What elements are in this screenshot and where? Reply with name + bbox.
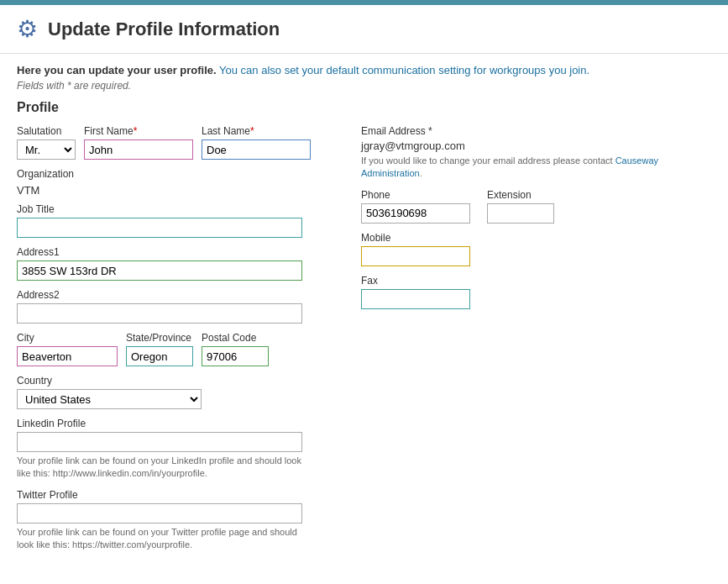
jobtitle-label: Job Title [17, 203, 336, 215]
extension-group: Extension [487, 189, 554, 224]
phone-input[interactable] [361, 203, 470, 224]
organization-group: Organization VTM [17, 168, 336, 197]
twitter-input[interactable] [17, 503, 302, 523]
info-box: Here you can update your user profile. Y… [17, 64, 711, 92]
lastname-input[interactable] [202, 139, 311, 160]
country-group: Country United States Canada United King… [17, 375, 336, 409]
phone-label: Phone [361, 189, 470, 201]
linkedin-hint: Your profile link can be found on your L… [17, 455, 302, 481]
info-text: Here you can update your user profile. Y… [17, 64, 711, 76]
twitter-group: Twitter Profile Your profile link can be… [17, 489, 336, 552]
address2-group: Address2 [17, 289, 336, 324]
email-hint: If you would like to change your email a… [361, 155, 680, 181]
linkedin-label: Linkedin Profile [17, 418, 336, 429]
city-state-postal-row: City State/Province Postal Code [17, 332, 336, 366]
salutation-group: Salutation Mr. Mrs. Ms. Dr. [17, 125, 76, 160]
email-section: Email Address * jgray@vtmgroup.com If yo… [361, 125, 697, 181]
page-header: ⚙ Update Profile Information [0, 5, 728, 54]
twitter-hint: Your profile link can be found on your T… [17, 526, 302, 552]
state-group: State/Province [126, 332, 193, 366]
required-note: Fields with * are required. [17, 80, 711, 92]
linkedin-input[interactable] [17, 432, 302, 452]
fax-label: Fax [361, 275, 697, 287]
postal-label: Postal Code [202, 332, 269, 344]
firstname-group: First Name* [84, 125, 193, 160]
info-bold: Here you can update your user profile. [17, 64, 217, 76]
twitter-label: Twitter Profile [17, 489, 336, 501]
lastname-label: Last Name* [202, 125, 311, 137]
mobile-group: Mobile [361, 232, 697, 266]
left-column: Salutation Mr. Mrs. Ms. Dr. First Name* [17, 125, 336, 552]
email-label: Email Address * [361, 125, 697, 137]
lastname-group: Last Name* [202, 125, 311, 160]
address1-input[interactable] [17, 260, 302, 281]
jobtitle-input[interactable] [17, 218, 302, 238]
postal-group: Postal Code [202, 332, 269, 366]
linkedin-group: Linkedin Profile Your profile link can b… [17, 418, 336, 481]
right-column: Email Address * jgray@vtmgroup.com If yo… [361, 125, 697, 552]
jobtitle-group: Job Title [17, 203, 336, 238]
address2-label: Address2 [17, 289, 336, 301]
profile-form: Salutation Mr. Mrs. Ms. Dr. First Name* [17, 125, 711, 552]
country-select[interactable]: United States Canada United Kingdom Aust… [17, 389, 202, 409]
salutation-select[interactable]: Mr. Mrs. Ms. Dr. [17, 139, 76, 160]
address1-label: Address1 [17, 246, 336, 258]
email-value: jgray@vtmgroup.com [361, 139, 697, 152]
address2-input[interactable] [17, 303, 302, 324]
postal-input[interactable] [202, 346, 269, 366]
firstname-input[interactable] [84, 139, 193, 160]
country-label: Country [17, 375, 336, 387]
address1-group: Address1 [17, 246, 336, 281]
profile-section-title: Profile [17, 100, 711, 115]
fax-group: Fax [361, 275, 697, 309]
extension-input[interactable] [487, 203, 554, 224]
city-group: City [17, 332, 118, 366]
gear-icon: ⚙ [17, 15, 38, 43]
city-label: City [17, 332, 118, 344]
fax-input[interactable] [361, 289, 470, 309]
form-columns: Salutation Mr. Mrs. Ms. Dr. First Name* [17, 125, 711, 552]
state-label: State/Province [126, 332, 193, 344]
organization-value: VTM [17, 184, 336, 197]
page-title: Update Profile Information [48, 18, 280, 40]
mobile-input[interactable] [361, 246, 470, 266]
state-input[interactable] [126, 346, 193, 366]
extension-label: Extension [487, 189, 554, 201]
name-row: Salutation Mr. Mrs. Ms. Dr. First Name* [17, 125, 336, 160]
salutation-label: Salutation [17, 125, 76, 137]
firstname-label: First Name* [84, 125, 193, 137]
city-input[interactable] [17, 346, 118, 366]
info-link: You can also set your default communicat… [219, 64, 589, 76]
mobile-label: Mobile [361, 232, 697, 244]
phone-ext-row: Phone Extension [361, 189, 697, 224]
phone-group: Phone [361, 189, 470, 224]
organization-label: Organization [17, 168, 336, 180]
